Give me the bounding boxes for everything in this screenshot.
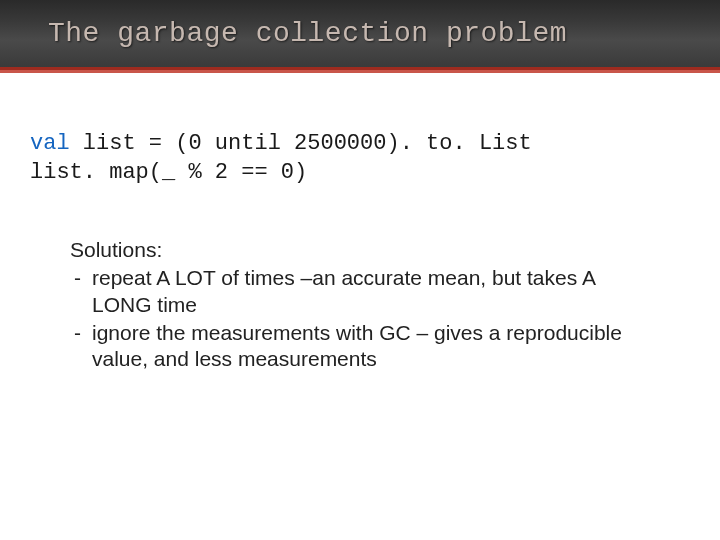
bullet-list: repeat A LOT of times –an accurate mean,…	[70, 265, 650, 372]
title-band: The garbage collection problem	[0, 0, 720, 70]
code-line-1: list = (0 until 2500000). to. List	[70, 131, 532, 156]
body-heading: Solutions:	[70, 237, 650, 263]
code-line-2: list. map(_ % 2 == 0)	[30, 160, 307, 185]
slide-title: The garbage collection problem	[48, 18, 567, 49]
body-block: Solutions: repeat A LOT of times –an acc…	[70, 237, 650, 372]
list-item: ignore the measurements with GC – gives …	[70, 320, 650, 373]
code-block: val list = (0 until 2500000). to. List l…	[30, 130, 690, 187]
list-item: repeat A LOT of times –an accurate mean,…	[70, 265, 650, 318]
code-keyword: val	[30, 131, 70, 156]
